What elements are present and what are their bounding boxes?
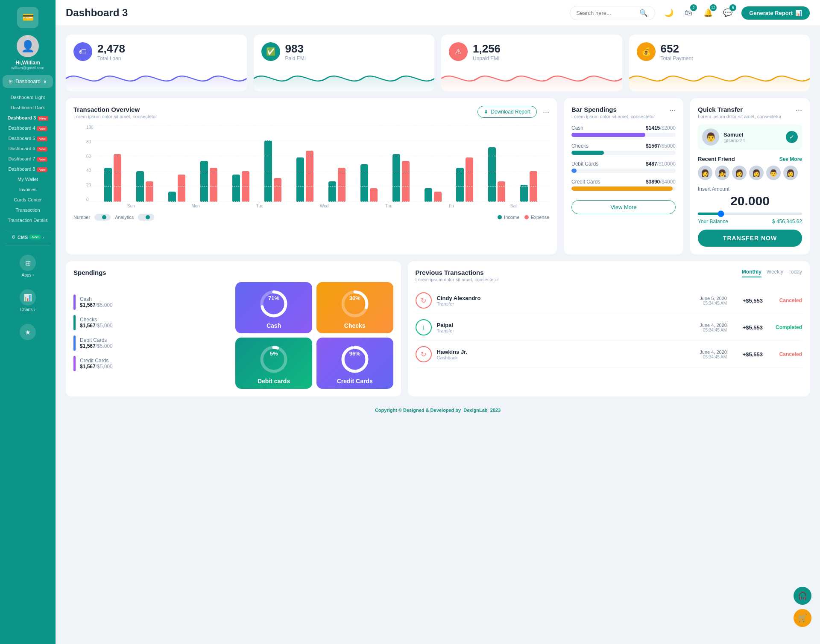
cart-icon-btn[interactable]: 🛍 2 [681, 5, 696, 20]
tx-time: 05:34:45 AM [700, 301, 727, 306]
tab-weekly[interactable]: Weekly [767, 269, 783, 277]
friend-avatar[interactable]: 👧 [715, 166, 729, 180]
spending-list-item: Credit Cards $1,567/$5,000 [73, 356, 231, 371]
sidebar-item-dashboard-light[interactable]: Dashboard Light [3, 92, 52, 102]
friend-avatar[interactable]: 👩 [749, 166, 764, 180]
quick-transfer-more-button[interactable]: ··· [796, 106, 802, 115]
tx-amount: +$5,553 [737, 324, 763, 331]
friend-avatar[interactable]: 👩 [732, 166, 747, 180]
spending-bar-item: Debit Cards $487/$10000 [571, 161, 676, 173]
stat-card-total-payment: 💰 652 Total Payment [629, 35, 810, 91]
moon-icon-btn[interactable]: 🌙 [661, 5, 676, 20]
quick-transfer-card: Quick Transfer Lorem ipsum dolor sit ame… [690, 98, 810, 254]
number-toggle[interactable] [94, 214, 111, 221]
tx-name: Paipal [437, 322, 454, 328]
prev-tx-title: Previous Transactions [416, 269, 499, 276]
tx-time: 05:34:45 AM [700, 328, 727, 332]
friend-avatar[interactable]: 👨 [766, 166, 781, 180]
spending-list-item: Debit Cards $1,567/$5,000 [73, 335, 231, 351]
stat-value: 1,256 [473, 42, 501, 55]
search-input[interactable] [576, 10, 636, 16]
transfer-user-name: Samuel [723, 131, 745, 138]
bar-group [392, 154, 410, 202]
tx-date: June 4, 2020 [700, 323, 727, 328]
amount-slider[interactable] [698, 213, 802, 215]
bell-icon-btn[interactable]: 🔔 12 [700, 5, 716, 20]
quick-transfer-subtitle: Lorem ipsum dolor sit amet, consectetur [698, 114, 782, 119]
dashboard-menu-btn[interactable]: ⊞ Dashboard ∨ [3, 75, 53, 88]
support-float-btn[interactable]: 🎧 [794, 587, 811, 605]
sidebar-item-transaction-details[interactable]: Transaction Details [3, 215, 52, 225]
chart-day-label: Fri [449, 204, 454, 208]
spending-item-label: Checks [80, 317, 113, 323]
spending-item-label: Credit Cards [80, 358, 113, 364]
insert-amount-label: Insert Amount [698, 186, 802, 192]
sidebar-item-transaction[interactable]: Transaction [3, 205, 52, 215]
tx-amount: +$5,553 [737, 351, 763, 358]
tab-today[interactable]: Today [788, 269, 802, 277]
spendings-card: Spendings Cash $1,567/$5,000 Checks $1,5… [66, 261, 401, 396]
transfer-user-avatar: 👨 [702, 128, 719, 146]
tx-status: Completed [772, 324, 802, 330]
cms-button[interactable]: ⚙ CMS New › [0, 233, 56, 242]
chart-day-label: Mon [191, 204, 199, 208]
see-more-link[interactable]: See More [779, 156, 802, 162]
chart-day-label: Sun [127, 204, 135, 208]
favorites-button[interactable]: ★ [17, 321, 38, 344]
spending-color-bar [73, 356, 76, 371]
view-more-button[interactable]: View More [571, 200, 676, 214]
user-name: Hi,William [15, 60, 40, 66]
sidebar-item-dashboard-6[interactable]: Dashboard 6New [3, 143, 52, 154]
income-bar [136, 171, 144, 202]
bell-badge: 12 [710, 4, 717, 11]
income-bar [296, 157, 304, 202]
recent-friend-label: Recent Friend [698, 156, 735, 162]
sidebar-item-dashboard-8[interactable]: Dashboard 8New [3, 164, 52, 174]
sidebar-item-dashboard-4[interactable]: Dashboard 4New [3, 123, 52, 133]
tx-info: Paipal Transfer [437, 322, 454, 333]
sidebar-item-dashboard-7[interactable]: Dashboard 7New [3, 154, 52, 164]
cart-float-btn[interactable]: 🛒 [794, 609, 811, 627]
bar-spendings-subtitle: Lorem ipsum dolor sit amet, consectetur [571, 114, 655, 119]
charts-button[interactable]: 📊 Charts › [17, 287, 38, 315]
sidebar-item-cards-center[interactable]: Cards Center [3, 195, 52, 205]
sidebar: 💳 👤 Hi,William william@gmail.com ⊞ Dashb… [0, 0, 56, 644]
footer: Copyright © Designed & Developed by Dexi… [66, 403, 810, 417]
stat-wave [441, 66, 622, 91]
download-report-button[interactable]: ⬇ Download Report [477, 106, 537, 118]
tab-monthly[interactable]: Monthly [742, 269, 761, 277]
spending-label: Cash [571, 125, 583, 131]
tx-more-button[interactable]: ··· [543, 108, 549, 117]
transfer-user: 👨 Samuel @sam224 ✓ [698, 124, 802, 150]
stat-value: 2,478 [97, 42, 125, 55]
stat-cards-row: 🏷 2,478 Total Loan ✅ 983 Paid EMI [66, 35, 810, 91]
friend-avatar[interactable]: 👩 [783, 166, 798, 180]
spending-amount: $3890/$4000 [646, 179, 676, 185]
friend-avatar[interactable]: 👩 [698, 166, 712, 180]
sidebar-item-dashboard-5[interactable]: Dashboard 5New [3, 133, 52, 143]
apps-button[interactable]: ⊞ Apps › [17, 252, 38, 280]
expense-bar [178, 175, 185, 202]
transfer-now-button[interactable]: TRANSFER NOW [698, 230, 802, 247]
expense-bar [146, 181, 153, 202]
tx-status: Canceled [772, 351, 802, 357]
bar-spendings-more-button[interactable]: ··· [669, 106, 676, 115]
stat-label: Total Loan [97, 55, 125, 61]
spendings-title: Spendings [73, 269, 393, 276]
search-bar[interactable]: 🔍 [570, 6, 655, 20]
sidebar-item-dashboard-dark[interactable]: Dashboard Dark [3, 102, 52, 113]
tx-date: June 4, 2020 [700, 350, 727, 355]
transaction-item: ↻ Cindy Alexandro Transfer June 5, 2020 … [416, 287, 802, 314]
sidebar-nav: Dashboard LightDashboard DarkDashboard 3… [3, 92, 52, 225]
stat-wave [629, 66, 810, 91]
income-bar [104, 168, 112, 202]
analytics-toggle[interactable] [138, 214, 154, 221]
bar-group [232, 171, 249, 202]
sidebar-item-my-wallet[interactable]: My Wallet [3, 174, 52, 184]
sidebar-item-invoices[interactable]: Invoices [3, 184, 52, 195]
sidebar-item-dashboard-3[interactable]: Dashboard 3New [3, 113, 52, 123]
generate-report-button[interactable]: Generate Report 📊 [741, 6, 810, 20]
chat-icon-btn[interactable]: 💬 5 [720, 5, 735, 20]
middle-row: Transaction Overview Lorem ipsum dolor s… [66, 98, 810, 254]
stat-icon: ✅ [261, 42, 280, 61]
